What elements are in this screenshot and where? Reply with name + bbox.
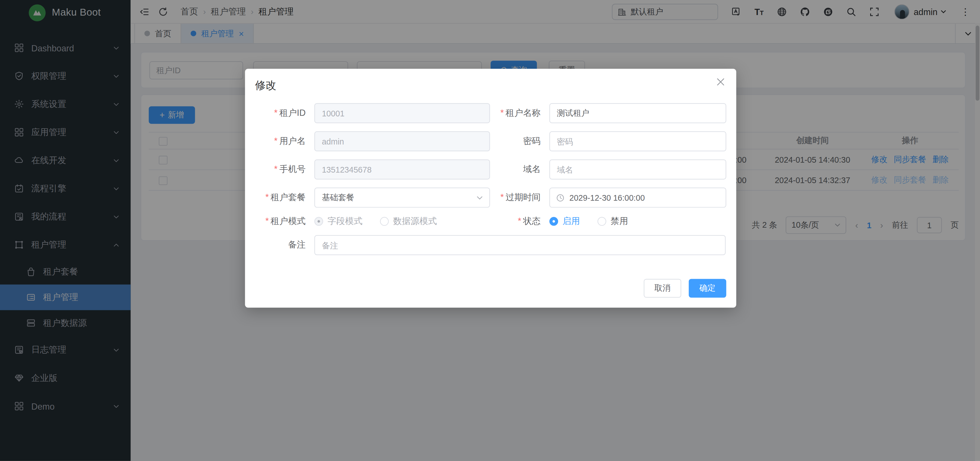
radio-icon: [380, 217, 389, 226]
username-field: [314, 131, 490, 151]
field-label-package: *租户套餐: [255, 192, 305, 203]
field-label-mode: *租户模式: [255, 216, 305, 227]
clock-icon: [556, 194, 564, 202]
expire-datetime-picker[interactable]: [549, 188, 726, 207]
edit-tenant-modal: 修改 *租户ID *租户名称 *用户名: [245, 69, 736, 308]
remark-input[interactable]: [315, 241, 725, 250]
remark-field[interactable]: [314, 235, 725, 255]
close-icon[interactable]: [716, 78, 725, 86]
cancel-button-label: 取消: [654, 283, 670, 294]
status-radio-disabled[interactable]: 禁用: [598, 216, 628, 227]
field-label-domain: 域名: [490, 164, 541, 175]
mode-radio-field: 字段模式: [314, 216, 363, 227]
field-label-expire: *过期时间: [490, 192, 541, 203]
radio-icon: [549, 217, 558, 226]
field-label-tenant-id: *租户ID: [255, 108, 305, 119]
field-label-status: *状态: [490, 216, 541, 227]
field-label-tenant-name: *租户名称: [490, 108, 541, 119]
expire-datetime-input[interactable]: [564, 193, 725, 203]
password-field[interactable]: [549, 131, 726, 151]
edit-form: *租户ID *租户名称 *用户名 密码: [255, 103, 726, 255]
domain-input[interactable]: [550, 164, 725, 174]
tenant-name-input[interactable]: [550, 108, 725, 118]
radio-icon: [598, 217, 606, 226]
password-input[interactable]: [550, 137, 725, 146]
field-label-username: *用户名: [255, 136, 305, 147]
mobile-input: [315, 164, 490, 174]
field-label-password: 密码: [490, 136, 541, 147]
username-input: [315, 137, 490, 146]
status-radio-enabled[interactable]: 启用: [549, 216, 580, 227]
chevron-down-icon: [476, 194, 483, 201]
package-select-value[interactable]: [315, 193, 490, 203]
modal-footer: 取消 确定: [644, 279, 726, 297]
modal-title: 修改: [255, 78, 726, 93]
confirm-button[interactable]: 确定: [689, 279, 726, 297]
package-select[interactable]: [314, 188, 490, 207]
mobile-field: [314, 160, 490, 179]
field-label-remark: 备注: [255, 239, 305, 251]
field-label-mobile: *手机号: [255, 164, 305, 175]
domain-field[interactable]: [549, 160, 726, 179]
tenant-id-field: [314, 103, 490, 123]
mode-radio-datasource: 数据源模式: [380, 216, 437, 227]
tenant-name-field[interactable]: [549, 103, 726, 123]
cancel-button[interactable]: 取消: [644, 279, 681, 297]
tenant-id-input: [315, 108, 490, 118]
radio-icon: [314, 217, 323, 226]
confirm-button-label: 确定: [699, 283, 716, 294]
app-root: Maku Boot Dashboard 权限管理 系统设置 应用管理: [0, 0, 980, 461]
